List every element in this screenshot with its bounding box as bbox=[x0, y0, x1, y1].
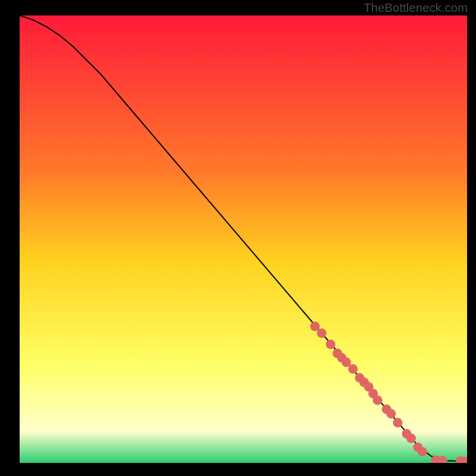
chart-plot-area bbox=[20, 15, 467, 463]
data-marker bbox=[373, 396, 383, 405]
data-marker bbox=[348, 364, 358, 374]
chart-frame: TheBottleneck.com bbox=[0, 0, 476, 476]
chart-svg bbox=[20, 15, 467, 463]
data-marker bbox=[418, 447, 427, 456]
watermark-text: TheBottleneck.com bbox=[364, 1, 468, 15]
data-marker bbox=[406, 434, 416, 443]
gradient-background bbox=[20, 15, 467, 463]
data-marker bbox=[310, 322, 320, 331]
data-marker bbox=[317, 328, 327, 338]
data-marker bbox=[326, 340, 336, 349]
data-marker bbox=[386, 409, 396, 418]
data-marker bbox=[393, 418, 402, 427]
